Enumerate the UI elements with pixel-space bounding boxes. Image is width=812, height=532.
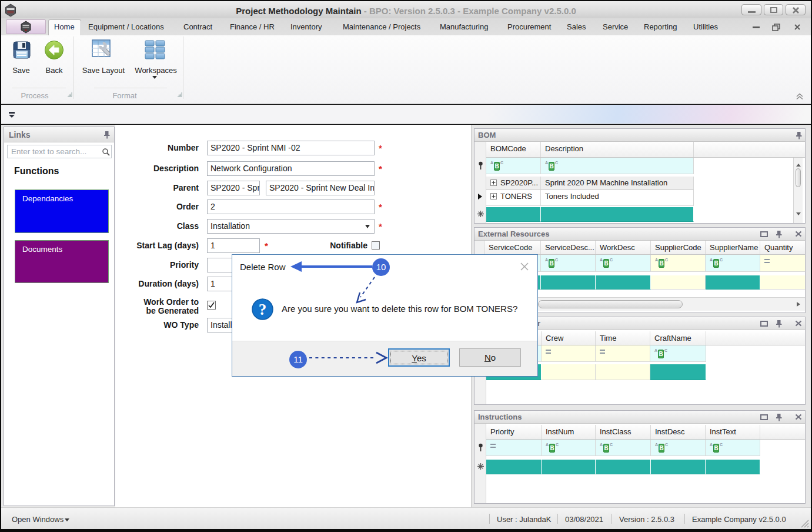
svg-text:?: ? bbox=[259, 301, 267, 318]
